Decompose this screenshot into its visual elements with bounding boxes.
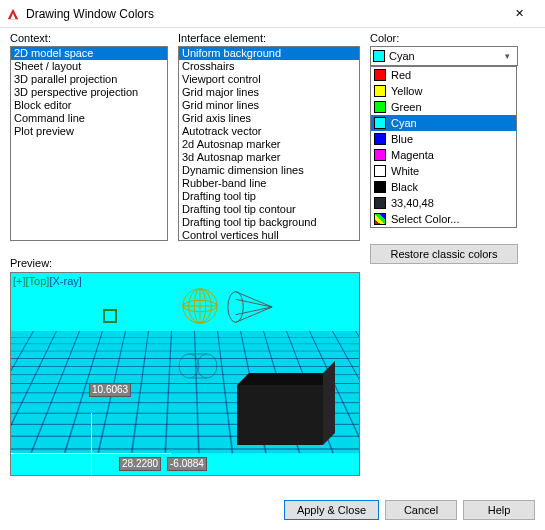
- preview-viewport: [+][Top][X-ray] 10.6063 28.2280 -6.0884: [10, 272, 360, 476]
- color-swatch-icon: [374, 85, 386, 97]
- color-option[interactable]: White: [371, 163, 516, 179]
- context-item[interactable]: 3D perspective projection: [11, 86, 167, 99]
- color-option-label: Black: [391, 180, 418, 194]
- color-label: Color:: [370, 32, 518, 44]
- color-swatch-icon: [373, 50, 385, 62]
- chevron-down-icon: ▾: [499, 51, 515, 61]
- interface-item[interactable]: Dynamic dimension lines: [179, 164, 359, 177]
- svg-point-8: [228, 292, 243, 323]
- context-item[interactable]: Block editor: [11, 99, 167, 112]
- window-close-button[interactable]: ✕: [499, 0, 539, 28]
- interface-item[interactable]: Drafting tool tip contour: [179, 203, 359, 216]
- interface-element-listbox[interactable]: Uniform backgroundCrosshairsViewport con…: [178, 46, 360, 241]
- viewport-label: [+][Top][X-ray]: [13, 275, 82, 287]
- color-option-label: Cyan: [391, 116, 417, 130]
- color-option-label: Magenta: [391, 148, 434, 162]
- interface-item[interactable]: Crosshairs: [179, 60, 359, 73]
- color-option[interactable]: Red: [371, 67, 516, 83]
- color-option[interactable]: Yellow: [371, 83, 516, 99]
- color-swatch-icon: [374, 197, 386, 209]
- interface-item[interactable]: Control vertices hull: [179, 229, 359, 241]
- color-option[interactable]: Magenta: [371, 147, 516, 163]
- context-item[interactable]: 2D model space: [11, 47, 167, 60]
- context-item[interactable]: Command line: [11, 112, 167, 125]
- interface-item[interactable]: Drafting tool tip: [179, 190, 359, 203]
- context-item[interactable]: Sheet / layout: [11, 60, 167, 73]
- tooltip-coord-2: 28.2280: [119, 457, 161, 471]
- color-swatch-icon: [374, 69, 386, 81]
- color-option-label: Green: [391, 100, 422, 114]
- color-option[interactable]: Blue: [371, 131, 516, 147]
- interface-item[interactable]: Grid major lines: [179, 86, 359, 99]
- color-option-label: Red: [391, 68, 411, 82]
- interface-item[interactable]: 3d Autosnap marker: [179, 151, 359, 164]
- app-logo-icon: [6, 7, 20, 21]
- cancel-button[interactable]: Cancel: [385, 500, 457, 520]
- window-title: Drawing Window Colors: [26, 7, 499, 21]
- interface-item[interactable]: Drafting tool tip background: [179, 216, 359, 229]
- crosshair-v-icon: [91, 413, 92, 476]
- tooltip-coord-1: 10.6063: [89, 383, 131, 397]
- color-option[interactable]: Select Color...: [371, 211, 516, 227]
- preview-wire-object-icon: [177, 351, 221, 381]
- color-option[interactable]: 33,40,48: [371, 195, 516, 211]
- color-option[interactable]: Cyan: [371, 115, 516, 131]
- color-option-label: 33,40,48: [391, 196, 434, 210]
- color-swatch-icon: [374, 165, 386, 177]
- color-swatch-icon: [374, 181, 386, 193]
- interface-item[interactable]: Viewport control: [179, 73, 359, 86]
- context-label: Context:: [10, 32, 168, 44]
- preview-cube-icon: [237, 385, 323, 445]
- color-swatch-icon: [374, 133, 386, 145]
- restore-classic-button[interactable]: Restore classic colors: [370, 244, 518, 264]
- context-item[interactable]: Plot preview: [11, 125, 167, 138]
- svg-line-12: [236, 307, 272, 315]
- color-option-label: Yellow: [391, 84, 422, 98]
- interface-item[interactable]: Grid minor lines: [179, 99, 359, 112]
- color-option[interactable]: Black: [371, 179, 516, 195]
- color-swatch-icon: [374, 117, 386, 129]
- color-option-label: White: [391, 164, 419, 178]
- autosnap-marker-icon: [103, 309, 117, 323]
- interface-item[interactable]: Rubber-band line: [179, 177, 359, 190]
- svg-line-9: [236, 292, 272, 307]
- interface-item[interactable]: Uniform background: [179, 47, 359, 60]
- color-dropdown-list[interactable]: RedYellowGreenCyanBlueMagentaWhiteBlack3…: [370, 66, 517, 228]
- svg-point-14: [197, 354, 217, 378]
- preview-cone-icon: [226, 287, 274, 327]
- color-selected-value: Cyan: [389, 50, 499, 62]
- preview-sphere-icon: [181, 287, 219, 325]
- color-option-label: Blue: [391, 132, 413, 146]
- interface-item[interactable]: Autotrack vector: [179, 125, 359, 138]
- color-swatch-icon: [374, 101, 386, 113]
- color-swatch-icon: [374, 149, 386, 161]
- interface-label: Interface element:: [178, 32, 360, 44]
- help-button[interactable]: Help: [463, 500, 535, 520]
- interface-item[interactable]: 2d Autosnap marker: [179, 138, 359, 151]
- apply-close-button[interactable]: Apply & Close: [284, 500, 379, 520]
- preview-label: Preview:: [10, 257, 52, 269]
- color-option-label: Select Color...: [391, 212, 459, 226]
- svg-line-10: [236, 307, 272, 322]
- interface-item[interactable]: Grid axis lines: [179, 112, 359, 125]
- context-listbox[interactable]: 2D model spaceSheet / layout3D parallel …: [10, 46, 168, 241]
- color-swatch-icon: [374, 213, 386, 225]
- svg-point-13: [179, 354, 199, 378]
- context-item[interactable]: 3D parallel projection: [11, 73, 167, 86]
- color-option[interactable]: Green: [371, 99, 516, 115]
- tooltip-coord-3: -6.0884: [167, 457, 207, 471]
- svg-line-11: [236, 299, 272, 307]
- close-icon: ✕: [515, 7, 524, 20]
- color-combobox[interactable]: Cyan ▾: [370, 46, 518, 66]
